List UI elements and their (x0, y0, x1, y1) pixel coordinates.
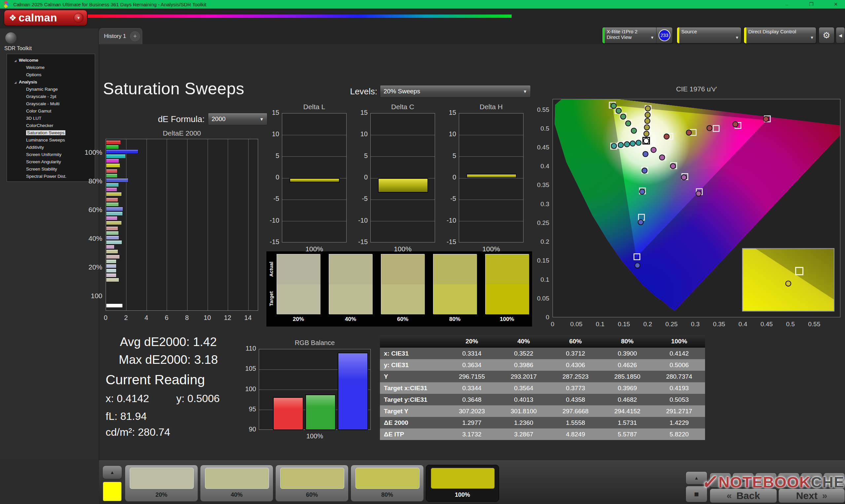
tree-item-grayscale-multi[interactable]: Grayscale - Multi (7, 100, 95, 108)
transport-button[interactable]: ● (710, 473, 731, 487)
tree-item-3d-lut[interactable]: 3D LUT (7, 115, 95, 122)
saturation-data-table: 20%40%60%80%100%x: CIE310.33140.35220.37… (380, 335, 705, 440)
tree-expand-icon[interactable]: ◢ (14, 57, 19, 64)
cie-x-tick-label: 0.15 (615, 321, 632, 328)
cie-y-tick-label: 0 (526, 314, 549, 321)
transport-button[interactable]: ≡ (755, 473, 777, 487)
swatch-label: 40% (329, 316, 372, 324)
tree-item-saturation-sweeps[interactable]: Saturation Sweeps (7, 129, 95, 137)
table-header-100%: 100% (653, 338, 705, 345)
cie-y-tick-label: 0.1 (526, 276, 549, 283)
back-button[interactable]: «Back (710, 488, 777, 503)
cie-x-tick-label: 0.2 (639, 321, 656, 328)
tree-item-welcome[interactable]: Welcome (7, 64, 95, 71)
transport-button[interactable]: C (801, 473, 822, 487)
tree-item-dynamic-range[interactable]: Dynamic Range (7, 86, 95, 93)
gridline (146, 139, 147, 310)
delta_h-category-label: 100% (459, 245, 524, 254)
measured-point (696, 191, 701, 196)
cie-x-tick-label: 0.35 (710, 321, 727, 328)
table-header-60%: 60% (550, 338, 601, 345)
measured-point (624, 142, 630, 147)
rgb-category-label: 100% (259, 432, 371, 441)
meter-dropdown[interactable]: X-Rite i1Pro 2 Direct View ▼ 233 (602, 27, 673, 43)
transport-up-button[interactable]: ▲ (686, 471, 707, 485)
source-dropdown[interactable]: Source ▼ (677, 27, 741, 43)
transport-button[interactable]: ∞ (778, 473, 799, 487)
tree-group-welcome[interactable]: ◢Welcome (7, 57, 95, 64)
workflow-sphere-button[interactable] (5, 32, 17, 43)
deltae-bar (106, 249, 118, 254)
add-tab-button[interactable]: + (130, 31, 140, 41)
swatch-column-60% (381, 254, 424, 314)
tree-item-screen-stability[interactable]: Screen Stability (7, 166, 95, 173)
pattern-swatch (431, 468, 495, 489)
levels-dropdown[interactable]: 20% Sweeps ▼ (380, 85, 531, 97)
pattern-button-60%[interactable]: 60% (275, 465, 349, 502)
x-tick-label: 8 (180, 314, 193, 322)
measured-point (626, 121, 631, 126)
pattern-scroll-up-button[interactable]: ▲ (102, 465, 122, 479)
pattern-button-100%[interactable]: 100% (426, 465, 499, 502)
tree-item-grayscale-2pt[interactable]: Grayscale - 2pt (7, 93, 95, 100)
measured-point (639, 189, 645, 194)
tree-item-color-gamut[interactable]: Color Gamut (7, 108, 95, 115)
y-tick-label: -10 (440, 217, 456, 224)
measured-point (733, 122, 738, 127)
tree-item-colorchecker[interactable]: ColorChecker (7, 122, 95, 129)
de-formula-dropdown[interactable]: 2000 ▼ (208, 113, 267, 125)
stop-pattern-button[interactable]: ■ (686, 486, 707, 502)
cell-value: 4.8249 (550, 431, 601, 438)
deltae-bar (106, 269, 117, 273)
cell-value: 296.7155 (446, 373, 498, 380)
tree-item-luminance-sweeps[interactable]: Luminance Sweeps (7, 137, 95, 144)
pattern-button-40%[interactable]: 40% (200, 465, 273, 502)
transport-button[interactable]: ▶ (733, 473, 754, 487)
calman-menu-button[interactable]: ❖ calman ▼ (4, 10, 87, 26)
delta_l-plot (282, 113, 347, 242)
tab-history-1[interactable]: History 1 (99, 33, 126, 40)
tree-group-analysis[interactable]: ◢Analysis (7, 78, 95, 86)
table-header-40%: 40% (498, 338, 550, 345)
cell-value: 1.5558 (550, 419, 601, 427)
y-tick-label: -15 (440, 238, 456, 246)
minimize-button[interactable]: – (782, 2, 792, 7)
display-control-dropdown[interactable]: Direct Display Control ▼ (744, 27, 816, 43)
transport-button[interactable]: ○ (824, 473, 845, 487)
next-button[interactable]: Next» (778, 488, 845, 503)
rgb-y-tick-label: 90 (237, 426, 256, 433)
tree-item-label: Saturation Sweeps (26, 130, 65, 135)
meter-dropdown-arrow-icon: ▼ (650, 35, 654, 40)
gear-icon: ⚙ (823, 30, 830, 40)
gridline (228, 139, 228, 310)
pattern-button-80%[interactable]: 80% (351, 465, 424, 502)
reading-y-value: y: 0.5006 (176, 393, 220, 405)
pattern-button-20%[interactable]: 20% (125, 465, 198, 502)
cell-value: 0.4013 (498, 396, 550, 403)
tree-item-options[interactable]: Options (7, 71, 95, 78)
panel-collapse-button[interactable]: ◀ (836, 27, 845, 43)
tree-item-label: Color Gamut (26, 109, 52, 113)
table-row: y: CIE310.36340.39860.43060.46260.5006 (380, 359, 705, 371)
close-button[interactable]: ✕ (831, 1, 840, 7)
tree-expand-icon[interactable]: ◢ (14, 79, 19, 86)
settings-button[interactable]: ⚙ (818, 27, 834, 43)
measured-point (611, 103, 616, 109)
deltae-bar (106, 231, 119, 235)
rainbow-strip (88, 15, 512, 18)
calman-logo-text: calman (18, 12, 57, 24)
cie-y-tick-label: 0.55 (526, 106, 549, 113)
deltae2000-title: DeltaE 2000 (106, 129, 258, 138)
cie-y-tick-label: 0.15 (526, 257, 549, 264)
maximize-button[interactable]: ❐ (807, 1, 816, 7)
cell-value: 0.3522 (498, 350, 550, 357)
cell-value: 3.1732 (446, 431, 498, 438)
cell-value: 1.2360 (498, 419, 550, 427)
cell-value: 0.4142 (653, 350, 705, 357)
deltae-bar (106, 154, 126, 158)
tree-item-screen-angularity[interactable]: Screen Angularity (7, 158, 95, 166)
calman-menu-arrow-icon[interactable]: ▼ (74, 13, 84, 23)
table-row: x: CIE310.33140.35220.37120.39000.4142 (380, 348, 705, 359)
target-swatch (486, 284, 529, 314)
y-tick-label: -15 (263, 238, 279, 246)
